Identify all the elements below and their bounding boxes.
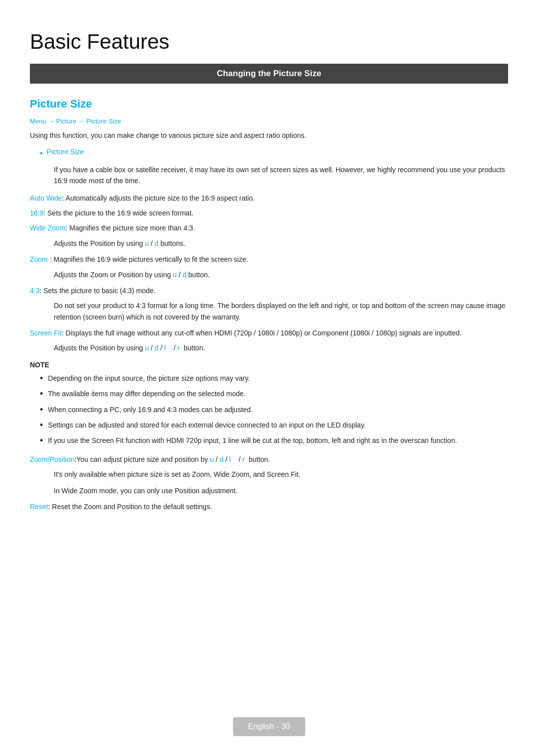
wide-zoom-suffix: : Magnifies the picture size more than 4… [66, 224, 195, 232]
note-text-4: Settings can be adjusted and stored for … [48, 420, 366, 431]
page-title: Basic Features [30, 30, 508, 54]
auto-wide-line: Auto Wide: Automatically adjusts the pic… [30, 193, 508, 204]
zp-l: l [229, 455, 231, 463]
note-text-5: If you use the Screen Fit function with … [48, 435, 457, 446]
bullet-dot: • [40, 148, 43, 159]
zoom-position-sub1: It's only available when picture size is… [54, 469, 508, 480]
note-label: NOTE [30, 361, 508, 369]
breadcrumb-text: Menu → Picture → Picture Size [30, 117, 121, 125]
zoom-u: u [173, 271, 177, 279]
screen-fit-line: Screen Fit: Displays the full image with… [30, 327, 508, 338]
screen-fit-text: : Displays the full image without any cu… [62, 329, 462, 337]
screen-fit-u: u [145, 344, 149, 352]
zp-d: d [220, 455, 224, 463]
wide-zoom-d: d [154, 239, 158, 247]
note-bullet-1: • Depending on the input source, the pic… [40, 373, 508, 384]
4-3-sub: Do not set your product to 4:3 format fo… [54, 300, 508, 323]
zoom-d: d [182, 271, 186, 279]
4-3-label: 4:3 [30, 287, 39, 295]
screen-fit-sub: Adjusts the Position by using u / d / l … [54, 342, 508, 353]
note-text-2: The available items may differ depending… [48, 388, 246, 399]
zoom-suffix: : Magnifies the 16:9 wide pictures verti… [48, 255, 248, 263]
breadcrumb: Menu → Picture → Picture Size [30, 117, 508, 125]
screen-fit-label: Screen Fit [30, 329, 62, 337]
note-text-1: Depending on the input source, the pictu… [48, 373, 250, 384]
wide-zoom-u: u [145, 239, 149, 247]
note-bullet-2: • The available items may differ dependi… [40, 388, 508, 400]
reset-line: Reset: Reset the Zoom and Position to th… [30, 501, 508, 512]
note-bullet-5: • If you use the Screen Fit function wit… [40, 435, 508, 446]
intro-text: Using this function, you can make change… [30, 130, 508, 141]
auto-wide-label: Auto Wide [30, 194, 62, 202]
wide-zoom-sub: Adjusts the Position by using u / d butt… [54, 238, 508, 249]
zp-u: u [210, 455, 214, 463]
16-9-suffix: : Sets the picture to the 16:9 wide scre… [43, 209, 193, 217]
footer-badge: English - 30 [233, 717, 305, 736]
zoom-position-text: :You can adjust picture size and positio… [74, 455, 270, 463]
screen-fit-r: r [177, 344, 180, 352]
zoom-position-line: Zoom/Position:You can adjust picture siz… [30, 454, 508, 465]
note-bullet-4: • Settings can be adjusted and stored fo… [40, 420, 508, 431]
screen-fit-l: l [164, 344, 166, 352]
zoom-label: Zoom [30, 255, 48, 263]
section-header: Changing the Picture Size [30, 64, 508, 84]
reset-label: Reset [30, 503, 48, 511]
note-section: NOTE • Depending on the input source, th… [30, 361, 508, 447]
note-dot-5: • [40, 435, 43, 446]
note-bullets: • Depending on the input source, the pic… [40, 373, 508, 447]
16-9-label: 16:9 [30, 209, 43, 217]
note-dot-2: • [40, 388, 43, 400]
wide-zoom-line: Wide Zoom: Magnifies the picture size mo… [30, 222, 508, 233]
note-text-3: When connecting a PC, only 16:9 and 4:3 … [48, 404, 253, 415]
reset-text: : Reset the Zoom and Position to the def… [48, 503, 212, 511]
note-dot-4: • [40, 420, 43, 431]
auto-wide-suffix: : Automatically adjusts the picture size… [62, 194, 255, 202]
note-bullet-3: • When connecting a PC, only 16:9 and 4:… [40, 404, 508, 416]
picture-size-bullet: • Picture Size [40, 148, 508, 159]
note-dot-1: • [40, 373, 43, 384]
bullet-label: Picture Size [47, 148, 84, 156]
zoom-position-sub2: In Wide Zoom mode, you can only use Posi… [54, 485, 508, 496]
zoom-position-label: Zoom/Position [30, 455, 74, 463]
bullet-description: If you have a cable box or satellite rec… [54, 164, 508, 187]
screen-fit-d: d [154, 344, 158, 352]
zp-r: r [243, 455, 245, 463]
wide-zoom-label: Wide Zoom [30, 224, 66, 232]
zoom-sub: Adjusts the Zoom or Position by using u … [54, 269, 508, 280]
note-dot-3: • [40, 404, 43, 416]
16-9-line: 16:9: Sets the picture to the 16:9 wide … [30, 208, 508, 218]
4-3-line: 4:3: Sets the picture to basic (4:3) mod… [30, 285, 508, 296]
zoom-line: Zoom : Magnifies the 16:9 wide pictures … [30, 254, 508, 265]
picture-size-sub-content: If you have a cable box or satellite rec… [54, 164, 508, 187]
section-title: Picture Size [30, 98, 508, 110]
4-3-suffix: : Sets the picture to basic (4:3) mode. [39, 287, 155, 295]
